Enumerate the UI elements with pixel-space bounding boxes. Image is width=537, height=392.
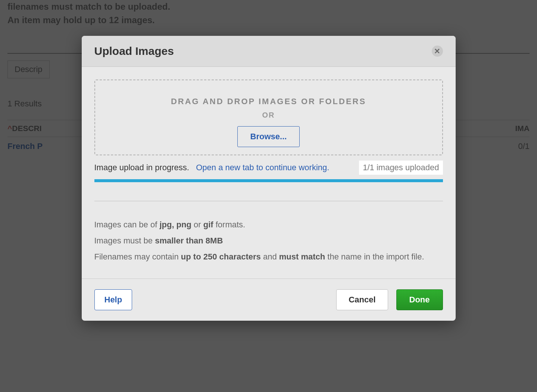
modal-overlay: Upload Images ✕ DRAG AND DROP IMAGES OR …: [0, 0, 537, 392]
progress-text: Image upload in progress.: [94, 163, 189, 172]
progress-message: Image upload in progress. Open a new tab…: [94, 163, 330, 172]
dropzone-or: OR: [103, 111, 435, 119]
close-icon: ✕: [434, 47, 440, 56]
rule-size: Images must be smaller than 8MB: [94, 233, 443, 249]
modal-footer: Help Cancel Done: [82, 279, 456, 321]
browse-button[interactable]: Browse...: [237, 126, 300, 147]
done-button[interactable]: Done: [396, 289, 443, 310]
upload-images-modal: Upload Images ✕ DRAG AND DROP IMAGES OR …: [82, 36, 456, 321]
close-button[interactable]: ✕: [432, 46, 443, 57]
footer-actions: Cancel Done: [336, 289, 443, 310]
help-button[interactable]: Help: [94, 289, 132, 310]
rule-formats: Images can be of jpg, png or gif formats…: [94, 217, 443, 233]
progress-bar: [94, 179, 443, 182]
dropzone-instruction: DRAG AND DROP IMAGES OR FOLDERS: [103, 97, 435, 106]
modal-title: Upload Images: [94, 45, 174, 57]
rule-filename: Filenames may contain up to 250 characte…: [94, 249, 443, 265]
modal-body: DRAG AND DROP IMAGES OR FOLDERS OR Brows…: [82, 67, 456, 279]
cancel-button[interactable]: Cancel: [336, 289, 388, 310]
upload-count: 1/1 images uploaded: [359, 161, 443, 175]
upload-rules: Images can be of jpg, png or gif formats…: [94, 201, 443, 279]
modal-header: Upload Images ✕: [82, 36, 456, 67]
open-new-tab-link[interactable]: Open a new tab to continue working.: [196, 163, 329, 172]
dropzone[interactable]: DRAG AND DROP IMAGES OR FOLDERS OR Brows…: [94, 80, 443, 155]
upload-progress-row: Image upload in progress. Open a new tab…: [94, 161, 443, 175]
